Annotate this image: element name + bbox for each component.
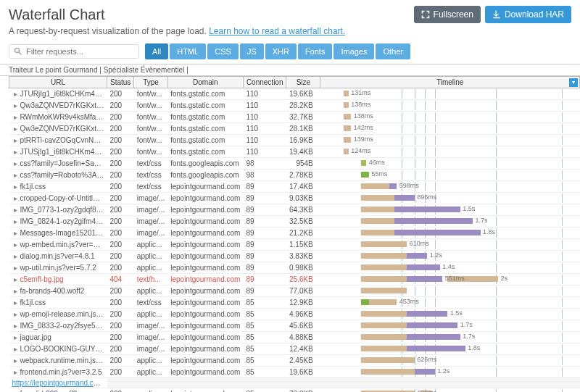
table-row[interactable]: ▸JTUSjIg1_i6t8kCHKm459Wlh...200font/w...…	[9, 146, 580, 158]
expand-icon[interactable]: ▸	[12, 322, 19, 330]
table-row[interactable]: ▸JTURjIg1_i6t8kCHKm45_dJE...200font/w...…	[9, 88, 580, 100]
expand-icon[interactable]: ▸	[12, 345, 19, 353]
col-size[interactable]: Size	[286, 77, 320, 88]
table-row[interactable]: ▸fa-brands-400.woff2200applic...lepointg…	[9, 285, 580, 297]
expand-icon[interactable]: ▸	[12, 264, 19, 272]
table-row[interactable]: ▸ptRRTi-cavZOGqCvnNJDl5m...200font/w...f…	[9, 135, 580, 146]
expand-icon[interactable]: ▸	[12, 287, 19, 295]
table-row[interactable]: ▸webpack.runtime.min.js?ver...200applic.…	[9, 355, 580, 367]
table-row[interactable]: ▸IMG_0773-1-ozy2gdqf8nlq9b...200image/..…	[9, 204, 580, 216]
expand-icon[interactable]: ▸	[12, 101, 19, 109]
expand-icon[interactable]: ▸	[12, 183, 19, 191]
expand-icon[interactable]: ▸	[12, 241, 19, 249]
table-row[interactable]: ▸wp-emoji-release.min.js?ver=...200appli…	[9, 309, 580, 320]
download-har-button[interactable]: Download HAR	[485, 6, 571, 23]
table-row[interactable]: ▸wp-util.min.js?ver=5.7.2200applic...lep…	[9, 262, 580, 274]
expand-icon[interactable]: ▸	[12, 206, 19, 214]
filter-tab-all[interactable]: All	[145, 43, 168, 59]
expand-icon[interactable]: ▸	[12, 159, 19, 167]
filter-tab-css[interactable]: CSS	[207, 43, 239, 59]
expand-icon[interactable]: ▸	[12, 368, 19, 376]
filter-input-wrapper[interactable]	[9, 44, 139, 59]
expand-icon[interactable]: ▸	[12, 333, 19, 341]
table-row[interactable]: ▸Qw3aZQNVED7rKGKxtqIqX5...200font/w...fo…	[9, 100, 580, 112]
waterfall-help-link[interactable]: Learn how to read a waterfall chart.	[209, 26, 345, 36]
expand-icon[interactable]: ▸	[12, 148, 19, 156]
request-link[interactable]: https://lepointgourmand.com/wp-content/u…	[12, 379, 107, 387]
filter-tab-xhr[interactable]: XHR	[265, 43, 297, 59]
expand-icon[interactable]: ▸	[12, 90, 19, 98]
expand-icon[interactable]: ▸	[12, 194, 19, 202]
svg-line-1	[19, 52, 22, 55]
table-row[interactable]: ▸RWmMoKWR9v4ksMfaWd_J...200font/w...font…	[9, 112, 580, 123]
table-row[interactable]: ▸Qw3eZQNVED7rKGKxtqIqX5...200font/w...fo…	[9, 123, 580, 135]
filter-tab-other[interactable]: Other	[376, 43, 410, 59]
filter-tab-images[interactable]: Images	[334, 43, 374, 59]
expand-icon[interactable]: ▸	[12, 310, 19, 318]
subtitle: A request-by-request visualization of th…	[0, 26, 580, 43]
filter-tab-html[interactable]: HTML	[170, 43, 206, 59]
table-row[interactable]: ▸dialog.min.js?ver=4.8.1200applic...lepo…	[9, 251, 580, 262]
expand-icon[interactable]: ▸	[12, 356, 19, 364]
table-row[interactable]: https://lepointgourmand.com/wp-content/u…	[9, 378, 580, 388]
expand-icon[interactable]: ▸	[12, 125, 19, 133]
table-row[interactable]: ▸LOGO-BOOKING-GUYS-v2.png200image/...lep…	[9, 343, 580, 355]
filter-input[interactable]	[26, 47, 134, 56]
expand-icon[interactable]: ▸	[12, 252, 19, 260]
col-url[interactable]: URL	[9, 77, 107, 88]
table-row[interactable]: ▸fk1jl.css200text/csslepointgourmand.com…	[9, 181, 580, 193]
col-connection[interactable]: Connection	[243, 77, 286, 88]
table-row[interactable]: ▸jaguar.jpg200image/...lepointgourmand.c…	[9, 332, 580, 343]
table-row[interactable]: ▸fk1jl.css200text/csslepointgourmand.com…	[9, 297, 580, 309]
filter-tab-js[interactable]: JS	[240, 43, 264, 59]
download-icon	[492, 10, 501, 19]
waterfall-table: URL Status Type Domain Connection Size T…	[9, 76, 580, 392]
col-type[interactable]: Type	[134, 77, 167, 88]
search-icon	[14, 47, 22, 56]
table-row[interactable]: ▸c5emfl-bg.jpg404text/h...lepointgourman…	[9, 274, 580, 285]
expand-icon[interactable]: ▸	[12, 299, 19, 306]
table-row[interactable]: ▸IMG_0833-2-ozy2fsye5s04bq...200image/..…	[9, 320, 580, 332]
table-row[interactable]: ▸wp-embed.min.js?ver=5.7.2200applic...le…	[9, 239, 580, 251]
table-row[interactable]: ▸frontend.min.js?ver=3.2.5200applic...le…	[9, 367, 580, 378]
table-row[interactable]: ▸css?family=Josefin+Sans%3...200text/css…	[9, 158, 580, 170]
fullscreen-button[interactable]: Fullscreen	[414, 6, 481, 23]
expand-icon[interactable]: ▸	[12, 217, 19, 225]
fullscreen-icon	[421, 10, 430, 19]
table-row[interactable]: ▸cropped-Copy-of-Untitled-1-1...200image…	[9, 193, 580, 204]
filter-tab-fonts[interactable]: Fonts	[298, 43, 333, 59]
expand-icon[interactable]: ▸	[12, 113, 19, 121]
table-row[interactable]: ▸Messages-Image152011478...200image/...l…	[9, 228, 580, 239]
page-caption: Traiteur Le point Gourmand | Spécialiste…	[0, 64, 580, 76]
expand-icon[interactable]: ▸	[12, 136, 19, 144]
col-domain[interactable]: Domain	[167, 77, 243, 88]
timeline-menu-icon[interactable]: ▾	[569, 78, 578, 87]
table-row[interactable]: ▸fa-solid-900.woff2200applic...lepointgo…	[9, 388, 580, 393]
table-row[interactable]: ▸css?family=Roboto%3A100%...200text/cssf…	[9, 170, 580, 181]
page-title: Waterfall Chart	[9, 7, 105, 23]
table-row[interactable]: ▸IMG_0824-1-ozy2gifm4t5vcv...200image/..…	[9, 216, 580, 228]
col-status[interactable]: Status	[107, 77, 134, 88]
expand-icon[interactable]: ▸	[12, 171, 19, 179]
expand-icon[interactable]: ▸	[12, 229, 19, 237]
expand-icon[interactable]: ▸	[12, 275, 19, 283]
col-timeline[interactable]: Timeline▾	[320, 77, 580, 88]
svg-point-0	[15, 49, 20, 53]
